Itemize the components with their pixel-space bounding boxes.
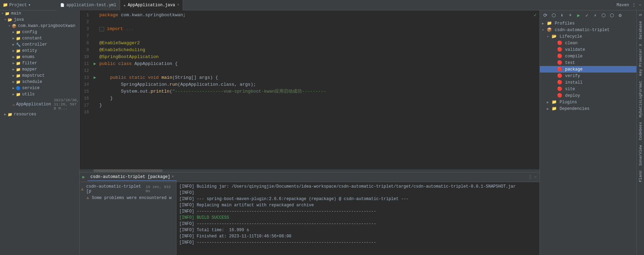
sidebar-item-schedule[interactable]: ▶📁schedule [0,79,79,85]
resources-folder-icon: 📁 [8,112,12,117]
maven-item-test[interactable]: 🔴test [540,59,636,66]
tab-java[interactable]: ☕AppApplication.java× [120,0,183,10]
bottom-tab-build[interactable]: csdn-automatic-triplet [package] × [88,173,177,181]
bottom-minimize-icon[interactable]: − [534,175,537,180]
tab-close-java[interactable]: × [177,3,179,7]
log-line: [INFO] BUILD SUCCESS [179,215,537,221]
maven-item-site[interactable]: 🔴site [540,86,636,92]
right-strip-database[interactable]: Database [638,19,643,41]
log-line: [INFO] ---------------------------------… [179,239,537,246]
package-icon: 📦 [12,24,17,28]
gutter-icon-11[interactable]: ▶ [92,60,98,67]
folder-icon-constant: 📁 [16,36,21,41]
maven-download-icon[interactable]: ⬡ [550,12,557,19]
sidebar-item-appapplication[interactable]: ☕AppApplication2023/10/30, 11:28, 597 B … [0,97,79,111]
maven-item-dependencies[interactable]: ▶📁Dependencies [540,105,636,112]
maven-tree-icon[interactable]: ⬡ [600,12,607,19]
maven-item-lifecycle[interactable]: ▾📂Lifecycle [540,33,636,40]
maven-refresh-icon[interactable]: ⟳ [542,12,549,19]
maven-item-package[interactable]: 🔴package [540,66,636,73]
maven-minimize-icon[interactable]: − [639,3,641,8]
line-content-17: } [98,102,102,109]
editor-content[interactable]: 1package com.kwan.springbootkwan;✓23… im… [80,10,539,169]
chevron-icon: ▶ [12,92,15,96]
sidebar-item-resources[interactable]: ▶📁resources [0,111,79,117]
bottom-menu-icon[interactable]: ⋮ [528,174,532,180]
maven-run-icon[interactable]: ▶ [575,12,582,19]
maven-item-verify[interactable]: 🔴verify [540,73,636,79]
sidebar-item-mapstruct[interactable]: ▶📁mapstruct [0,73,79,79]
maven-type-icon-csdn-project: 📦 [547,27,552,32]
item-label: controller [22,42,47,47]
build-status-icon: ⚠ [87,195,89,200]
sidebar-item-controller[interactable]: ▶🔧controller [0,41,79,48]
line-content-11: public class AppApplication { [98,60,178,67]
line-number-15: 15 [80,88,92,95]
item-label: main [11,11,21,16]
gutter-icon-10[interactable]: 🔍 [92,54,98,60]
chevron-icon: ▾ [8,24,10,28]
maven-type-icon-lifecycle: 📂 [552,34,557,39]
build-tree: ⚠csdn-automatic-triplet [p19 sec, 932 ms… [80,182,176,255]
sidebar-item-java[interactable]: ▾📂java [0,17,79,23]
maven-download2-icon[interactable]: ⬇ [559,12,565,19]
maven-check-icon[interactable]: ✓ [583,12,590,19]
maven-item-compile[interactable]: 🔴compile [540,53,636,59]
maven-item-clean[interactable]: 🔴clean [540,40,636,46]
maven-type-icon-plugins: 📁 [552,100,557,105]
maven-type-icon-test: 🔴 [557,60,562,65]
maven-item-install[interactable]: 🔴install [540,79,636,86]
item-label: service [22,86,39,91]
maven-menu-icon[interactable]: ⋮ [632,2,636,8]
code-line-17: 17} [80,102,539,109]
code-line-14: 14 SpringApplication.run(AppApplication.… [80,81,539,88]
maven-skip-icon[interactable]: ⚡ [592,12,599,19]
maven-item-deploy[interactable]: 🔴deploy [540,92,636,99]
sidebar-item-utils[interactable]: ▶📁utils [0,91,79,97]
sidebar-item-constant[interactable]: ▶📁constant [0,35,79,41]
build-tree-item-root[interactable]: ⚠csdn-automatic-triplet [p19 sec, 932 ms [80,183,176,195]
item-label: config [22,30,37,35]
code-line-11: 11▶public class AppApplication { [80,60,539,67]
tab-yml[interactable]: 📄application-test.yml [57,0,120,10]
item-label: mapstruct [22,73,45,78]
sidebar-item-com[interactable]: ▾📦com.kwan.springbootkwan [0,23,79,29]
maven-settings-icon[interactable]: ⚙ [617,12,624,19]
sidebar-item-main[interactable]: ▾📁main [0,10,79,17]
line-content-14: SpringApplication.run(AppApplication.cla… [98,81,256,88]
code-line-2: 2 [80,19,539,26]
tab-label-yml: application-test.yml [66,3,116,8]
right-strip-mybatislogformat[interactable]: MybatisLogFormat [638,79,643,120]
maven-item-label-clean: clean [565,41,578,46]
right-strip-sonarview[interactable]: SonarView [638,143,643,168]
right-strip-codegeex[interactable]: CodeGeex [638,120,643,142]
bottom-tab-label: csdn-automatic-triplet [package] [90,174,170,179]
gutter-icon-13[interactable]: ▶ [92,74,98,81]
sidebar-item-mapper[interactable]: ▶📁mapper [0,66,79,73]
maven-collapse-icon[interactable]: ⬡ [608,12,615,19]
sidebar-item-entity[interactable]: ▶📁entity [0,48,79,54]
chevron-icon: ▶ [12,61,15,65]
bottom-tab-close-icon[interactable]: × [172,174,174,179]
sidebar-item-config[interactable]: ▶📁config [0,29,79,35]
right-strip-planu[interactable]: PlanU [638,169,643,184]
log-output[interactable]: [INFO] Building jar: /Users/qinyingjie/D… [176,182,539,255]
maven-item-plugins[interactable]: ▶📁Plugins [540,99,636,105]
sidebar-item-filter[interactable]: ▶📁filter [0,60,79,66]
sidebar-item-enums[interactable]: ▶📁enums [0,54,79,60]
editor-scrollbar[interactable] [80,169,539,172]
maven-item-validate[interactable]: 🔴validate [540,46,636,53]
sidebar-item-service[interactable]: ▶🔵service [0,85,79,91]
right-strip-s[interactable]: S [638,12,643,18]
maven-item-label-plugins: Plugins [560,100,577,105]
maven-item-csdn-project[interactable]: ▾📦csdn-automatic-triplet [540,27,636,33]
maven-add-icon[interactable]: + [567,12,574,19]
project-chevron-icon[interactable]: ▾ [28,2,30,8]
log-line: [INFO] ---------------------------------… [179,221,537,227]
maven-item-label-test: test [565,60,575,65]
project-title[interactable]: 📁 Project ▾ [0,2,55,8]
right-strip-key-promoter-x[interactable]: Key Promoter X [638,42,643,78]
build-tree-item-problems[interactable]: ⚠Some problems were encountered w [80,195,176,201]
code-line-3: 3… import ... [80,26,539,33]
maven-item-profiles[interactable]: ▶📁Profiles [540,20,636,27]
